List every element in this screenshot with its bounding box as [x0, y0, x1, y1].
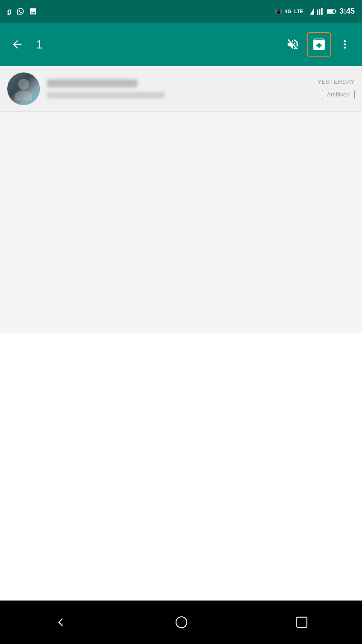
chat-meta: YESTERDAY Archived [318, 78, 355, 99]
whatsapp-icon [16, 7, 24, 15]
status-bar-left-icons: g [7, 7, 37, 15]
status-bar: g 📳 4G LTE [0, 0, 362, 23]
svg-rect-1 [317, 10, 318, 15]
unarchive-icon [310, 36, 328, 53]
chat-info [47, 79, 318, 98]
svg-rect-5 [335, 10, 336, 12]
chat-list: YESTERDAY Archived [0, 66, 362, 333]
app-bar-actions [282, 32, 355, 57]
empty-content-area [0, 333, 362, 601]
nav-home-button[interactable] [170, 610, 193, 634]
back-button[interactable] [7, 34, 27, 54]
svg-rect-2 [319, 9, 320, 15]
more-options-button[interactable] [335, 34, 355, 54]
nav-bar [0, 601, 362, 644]
avatar-image [7, 72, 40, 105]
avatar [7, 72, 40, 105]
gallery-icon [29, 7, 37, 15]
chat-item[interactable]: YESTERDAY Archived [0, 66, 362, 112]
svg-rect-6 [327, 10, 333, 13]
signal-icon [306, 8, 314, 15]
svg-marker-0 [310, 8, 314, 15]
status-time: 3:45 [339, 7, 355, 16]
nav-back-button[interactable] [49, 610, 72, 634]
mute-button[interactable] [282, 34, 303, 55]
selected-count: 1 [36, 38, 273, 52]
nav-recent-button[interactable] [291, 611, 313, 634]
svg-rect-8 [297, 617, 307, 628]
svg-rect-3 [321, 8, 323, 15]
chat-name [47, 79, 138, 87]
app-bar: 1 [0, 23, 362, 66]
vibrate-icon: 📳 [275, 8, 282, 14]
archived-badge: Archived [322, 90, 355, 99]
unarchive-button[interactable] [307, 32, 331, 57]
chat-preview [47, 92, 165, 98]
lte-icon: LTE [294, 9, 303, 14]
g-icon: g [7, 7, 12, 15]
battery-icon [327, 8, 337, 14]
chat-time: YESTERDAY [318, 78, 355, 85]
4g-icon: 4G [285, 9, 291, 14]
signal-bar-icon [317, 8, 324, 15]
svg-point-7 [176, 617, 187, 628]
status-bar-right-icons: 📳 4G LTE 3:45 [275, 7, 355, 16]
